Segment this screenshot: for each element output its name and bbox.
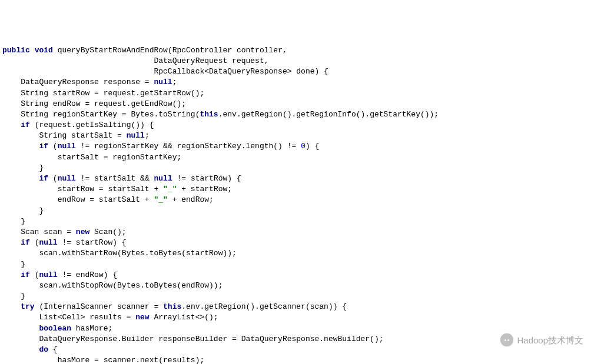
code-line: List<Cell> results = new ArrayList<>();: [2, 312, 599, 323]
token-kw: null: [58, 174, 76, 183]
code-line: scan.withStartRow(Bytes.toBytes(startRow…: [2, 248, 599, 259]
code-line: String regionStartKey = Bytes.toString(t…: [2, 109, 599, 120]
code-line: try (InternalScanner scanner = this.env.…: [2, 302, 599, 312]
code-line: if (request.getIsSalting()) {: [2, 120, 599, 131]
code-line: }: [2, 163, 599, 173]
token-kw: null: [39, 271, 57, 279]
code-line: RpcCallback<DataQueryResponse> done) {: [2, 66, 599, 77]
watermark-badge: Hadoop技术博文: [500, 333, 583, 346]
token-kw: null: [154, 78, 172, 86]
code-line: }: [2, 259, 599, 270]
token-kw: null: [154, 174, 172, 183]
token-kw: public: [2, 46, 30, 55]
code-line: if (null != regionStartKey && regionStar…: [2, 141, 599, 152]
token-kw: if: [21, 271, 30, 279]
token-kw: boolean: [39, 324, 71, 333]
code-line: DataQueryRequest request,: [2, 56, 599, 66]
code-line: scan.withStopRow(Bytes.toBytes(endRow));: [2, 280, 599, 291]
token-kw: do: [39, 345, 48, 354]
code-line: Scan scan = new Scan();: [2, 227, 599, 238]
token-str: "_": [163, 185, 177, 193]
code-line: }: [2, 291, 599, 302]
code-line: startRow = startSalt + "_" + startRow;: [2, 184, 599, 195]
code-line: }: [2, 216, 599, 227]
token-kw: null: [39, 238, 57, 247]
token-kw: if: [39, 174, 48, 183]
code-line: public void queryByStartRowAndEndRow(Rpc…: [2, 45, 599, 56]
watermark-text: Hadoop技术博文: [517, 334, 583, 346]
token-kw: if: [21, 121, 30, 129]
code-editor-view: public void queryByStartRowAndEndRow(Rpc…: [2, 45, 599, 364]
token-kw: null: [58, 142, 76, 151]
code-line: if (null != startRow) {: [2, 238, 599, 248]
token-kw: void: [35, 46, 53, 55]
code-line: }: [2, 206, 599, 216]
code-line: hasMore = scanner.next(results);: [2, 355, 599, 364]
code-line: String startRow = request.getStartRow();: [2, 88, 599, 99]
code-line: DataQueryResponse response = null;: [2, 77, 599, 88]
token-kw: new: [76, 228, 89, 236]
token-kw: if: [21, 238, 30, 247]
token-kw: new: [135, 313, 149, 322]
token-str: "_": [154, 195, 167, 204]
token-kw: this: [163, 302, 181, 311]
code-line: String endRow = request.getEndRow();: [2, 99, 599, 109]
code-line: if (null != endRow) {: [2, 270, 599, 280]
token-kw: null: [127, 131, 145, 140]
code-line: startSalt = regionStartKey;: [2, 152, 599, 163]
token-num: 0: [301, 142, 306, 151]
code-line: String startSalt = null;: [2, 131, 599, 141]
code-line: endRow = startSalt + "_" + endRow;: [2, 195, 599, 205]
token-kw: if: [39, 142, 48, 151]
code-line: if (null != startSalt && null != startRo…: [2, 173, 599, 184]
token-kw: try: [21, 302, 34, 311]
code-line: boolean hasMore;: [2, 323, 599, 334]
wechat-icon: [500, 333, 513, 346]
token-kw: this: [200, 110, 218, 119]
